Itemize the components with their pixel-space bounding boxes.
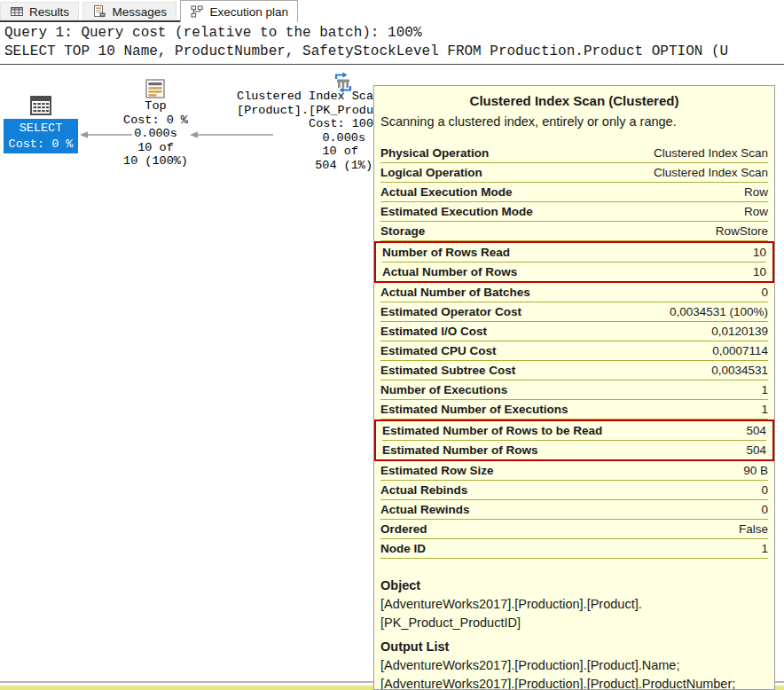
property-row: Estimated Number of Rows to be Read504 (382, 421, 766, 441)
object-line: [AdventureWorks2017].[Production].[Produ… (380, 595, 768, 614)
plan-node-select-label: SELECT Cost: 0 % (4, 119, 78, 153)
property-row: Actual Execution ModeRow (380, 183, 768, 202)
tab-execution-plan-label: Execution plan (209, 5, 288, 19)
highlight-box-actual-rows: Number of Rows Read10 Actual Number of R… (374, 241, 774, 283)
tooltip-title: Clustered Index Scan (Clustered) (380, 93, 768, 108)
highlight-box-estimated-rows: Estimated Number of Rows to be Read504 E… (374, 419, 774, 461)
property-row: Node ID1 (380, 539, 768, 559)
tooltip-object-section: Object [AdventureWorks2017].[Production]… (380, 576, 768, 690)
plan-node-scan-label: Clustered Index Sca [Product].[PK_Produ … (217, 90, 373, 172)
operator-tooltip: Clustered Index Scan (Clustered) Scannin… (373, 85, 775, 690)
tab-messages[interactable]: Messages (82, 2, 176, 21)
property-row: Estimated Subtree Cost0,0034531 (380, 361, 768, 380)
query-cost-line: Query 1: Query cost (relative to the bat… (4, 24, 784, 43)
property-row: Actual Rewinds0 (380, 500, 768, 520)
property-row: Estimated Number of Rows504 (382, 441, 766, 459)
object-line: [PK_Product_ProductID] (380, 614, 768, 632)
results-pane-tabbar: Results Messages Execution plan (0, 0, 784, 22)
property-row: Number of Rows Read10 (382, 243, 766, 263)
property-row: Estimated Execution ModeRow (380, 202, 768, 222)
property-row: Actual Number of Rows10 (382, 263, 766, 281)
results-grid-icon (10, 4, 24, 19)
property-row: Physical OperationClustered Index Scan (380, 144, 768, 163)
property-row: Estimated CPU Cost0,0007114 (380, 341, 768, 361)
output-list-line: [AdventureWorks2017].[Production].[Produ… (380, 675, 768, 690)
property-row: Estimated Number of Executions1 (380, 400, 768, 419)
property-row: Number of Executions1 (380, 380, 768, 400)
messages-icon (92, 4, 106, 19)
plan-node-top-label: Top Cost: 0 % 0.000s 10 of 10 (100%) (114, 99, 198, 169)
query-statement-line: SELECT TOP 10 Name, ProductNumber, Safet… (4, 43, 784, 61)
tab-results[interactable]: Results (0, 2, 79, 21)
tab-execution-plan[interactable]: Execution plan (180, 0, 298, 22)
query-header: Query 1: Query cost (relative to the bat… (0, 22, 784, 65)
property-row: Estimated Operator Cost0,0034531 (100%) (380, 302, 768, 322)
output-list-heading: Output List (380, 638, 768, 656)
property-row: StorageRowStore (380, 222, 768, 241)
property-row: Logical OperationClustered Index Scan (380, 163, 768, 183)
tab-results-label: Results (29, 5, 69, 19)
property-row: Actual Number of Batches0 (380, 283, 768, 302)
tooltip-properties: Physical OperationClustered Index Scan L… (380, 144, 768, 559)
property-row: OrderedFalse (380, 520, 768, 539)
object-heading: Object (380, 576, 768, 595)
output-list-line: [AdventureWorks2017].[Production].[Produ… (380, 656, 768, 675)
result-set-icon (29, 94, 52, 121)
execution-plan-canvas[interactable]: SELECT Cost: 0 % Top Cost: 0 % 0.000s 10… (0, 65, 784, 690)
execution-plan-icon (190, 4, 204, 19)
property-row: Estimated Row Size90 B (380, 461, 768, 481)
property-row: Actual Rebinds0 (380, 481, 768, 500)
tooltip-description: Scanning a clustered index, entirely or … (380, 114, 768, 129)
tab-messages-label: Messages (112, 5, 167, 19)
property-row: Estimated I/O Cost0,0120139 (380, 322, 768, 341)
